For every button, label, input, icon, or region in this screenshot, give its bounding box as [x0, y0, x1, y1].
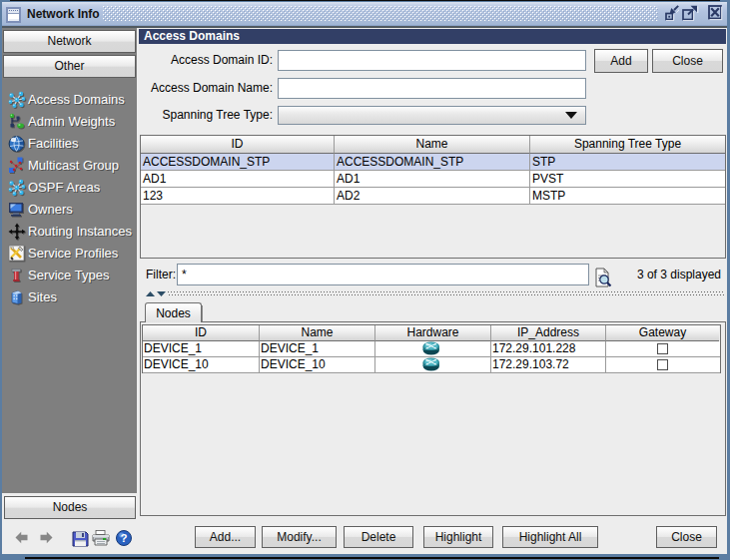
svg-text:?: ?	[120, 532, 127, 544]
